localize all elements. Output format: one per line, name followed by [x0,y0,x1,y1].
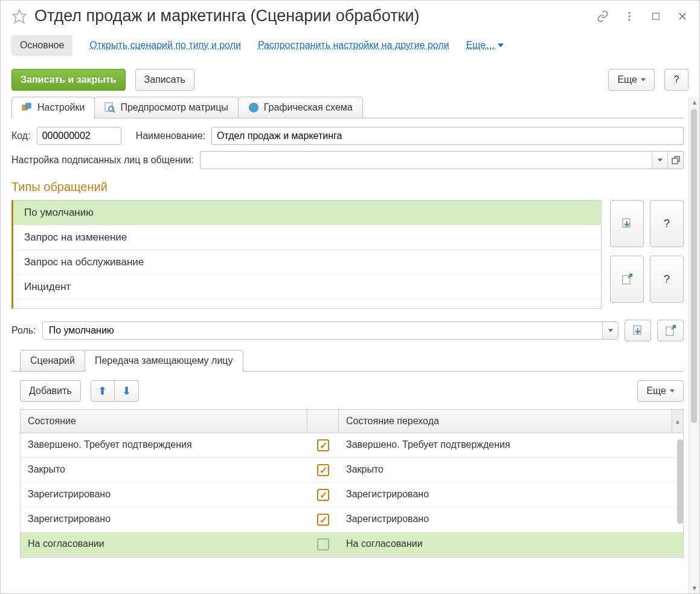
scroll-down-icon[interactable]: ▼ [689,583,699,593]
role-dropdown-button[interactable] [602,322,618,339]
col-check[interactable] [307,410,339,433]
checkbox-icon[interactable] [317,538,329,550]
favorite-star-icon[interactable] [11,8,27,24]
move-down-button[interactable]: ⬇ [115,380,139,402]
table-scrollbar-thumb[interactable] [677,439,683,524]
link-icon[interactable] [597,10,609,22]
scroll-up-icon[interactable]: ▲ [689,97,699,108]
cell-check[interactable]: ✓ [307,508,339,532]
cell-check[interactable]: ✓ [307,458,339,482]
kebab-menu-icon[interactable] [623,10,635,22]
role-row: Роль: [11,309,684,350]
svg-rect-16 [672,158,678,164]
table-scroll-up-icon[interactable]: ▲ [672,410,683,433]
code-name-row: Код: Наименование: [11,118,684,151]
more-button[interactable]: Еще [608,69,655,91]
types-help-button-1[interactable]: ? [650,200,684,247]
table-row[interactable]: Зарегистрировано✓Зарегистрировано [21,508,683,532]
cell-check[interactable]: ✓ [307,483,339,507]
cell-check[interactable]: ✓ [307,433,339,457]
nav-distribute-settings[interactable]: Распространить настройки на другие роли [258,40,449,51]
signers-label: Настройка подписанных лиц в общении: [11,155,194,166]
role-input[interactable] [43,322,602,339]
types-row-default[interactable]: По умолчанию [13,201,601,225]
name-input[interactable] [211,127,684,145]
role-import-button[interactable] [625,320,651,341]
subtab-transfer[interactable]: Передача замещающему лицу [85,350,243,371]
checkbox-icon[interactable]: ✓ [317,464,329,476]
role-label: Роль: [11,325,36,336]
checkbox-icon[interactable]: ✓ [317,514,329,526]
svg-point-2 [628,15,630,17]
nav-main[interactable]: Основное [11,35,72,56]
role-select [42,321,618,340]
svg-marker-22 [670,390,675,393]
main-tabs: Настройки Предпросмотр матрицы Графическ… [11,97,684,118]
svg-marker-8 [641,79,646,82]
subtoolbar-more-button[interactable]: Еще [637,380,684,402]
col-state[interactable]: Состояние [21,410,307,433]
code-input[interactable] [37,127,121,145]
tab-preview[interactable]: Предпросмотр матрицы [94,97,238,118]
add-button[interactable]: Добавить [20,380,81,402]
cell-check[interactable] [307,532,339,557]
svg-rect-4 [653,13,660,19]
main-toolbar: Записать и закрыть Записать Еще ? [1,60,699,97]
cell-state: Зарегистрировано [21,508,307,532]
tab-graphic[interactable]: Графическая схема [238,97,363,118]
main-scrollbar[interactable]: ▲ ▼ [689,97,699,593]
close-icon[interactable] [676,10,689,22]
cell-target: Завершено. Требует подтверждения [339,433,683,457]
maximize-icon[interactable] [650,10,662,22]
scrollbar-thumb[interactable] [691,109,697,423]
save-button[interactable]: Записать [135,69,194,91]
table-header: Состояние Состояние перехода ▲ [21,410,683,433]
svg-marker-7 [498,44,504,47]
window-title: Отдел продаж и маркетинга (Сценарии обра… [34,7,589,25]
types-section-title: Типы обращений [11,176,684,200]
types-help-button-2[interactable]: ? [650,256,684,303]
signers-open-button[interactable] [667,152,683,169]
types-buttons: ? ? [610,200,684,309]
types-empty-row [13,300,601,308]
table-row[interactable]: На согласованииНа согласовании [21,532,683,557]
checkbox-icon[interactable]: ✓ [317,489,329,501]
save-close-button[interactable]: Записать и закрыть [11,69,126,91]
nav-more[interactable]: Еще… [466,40,504,51]
table-row[interactable]: Закрыто✓Закрыто [21,458,683,483]
cell-target: На согласовании [339,532,683,557]
col-target[interactable]: Состояние перехода [339,410,672,433]
nav-open-scenario[interactable]: Открыть сценарий по типу и роли [89,40,241,51]
code-label: Код: [11,131,31,141]
signers-select [200,151,684,169]
signers-input[interactable] [201,152,652,169]
signers-row: Настройка подписанных лиц в общении: [11,151,684,176]
table-row[interactable]: Зарегистрировано✓Зарегистрировано [21,483,683,508]
svg-marker-15 [658,159,663,162]
cell-target: Зарегистрировано [339,483,683,507]
table-body: Завершено. Требует подтверждения✓Заверше… [21,433,683,557]
checkbox-icon[interactable]: ✓ [317,439,329,451]
tab-settings-label: Настройки [37,102,85,113]
subtabs: Сценарий Передача замещающему лицу [11,350,684,372]
cell-state: На согласовании [21,532,307,557]
window: Отдел продаж и маркетинга (Сценарии обра… [0,0,700,594]
role-export-button[interactable] [657,320,684,341]
subtab-scenario[interactable]: Сценарий [20,350,85,371]
svg-marker-19 [608,329,613,332]
cell-target: Закрыто [339,458,683,482]
help-button[interactable]: ? [664,69,689,91]
signers-dropdown-button[interactable] [652,152,667,169]
move-up-button[interactable]: ⬆ [91,380,115,402]
types-row-incident[interactable]: Инцидент [13,275,601,300]
table-row[interactable]: Завершено. Требует подтверждения✓Заверше… [21,433,683,458]
cell-target: Зарегистрировано [339,508,683,532]
arrow-up-icon: ⬆ [98,384,107,398]
types-row-change[interactable]: Запрос на изменение [13,225,601,250]
types-export-button[interactable] [610,256,644,303]
types-row-service[interactable]: Запрос на обслуживание [13,250,601,275]
types-import-button[interactable] [610,200,644,247]
tab-settings[interactable]: Настройки [11,97,95,118]
svg-marker-0 [13,10,26,23]
svg-point-3 [628,19,630,21]
